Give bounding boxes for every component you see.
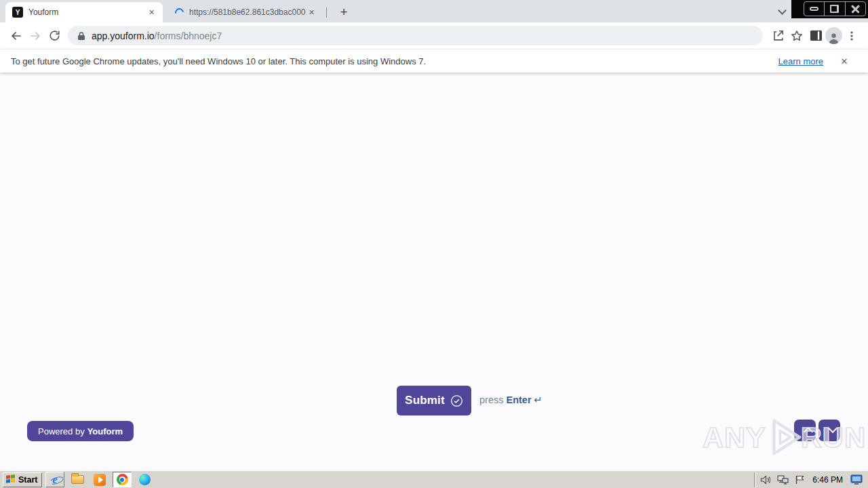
window-titlebar-corner bbox=[791, 0, 868, 18]
tab-close-icon[interactable]: × bbox=[146, 7, 157, 18]
watermark-any-text: ANY bbox=[703, 423, 766, 452]
powered-prefix: Powered by bbox=[38, 426, 85, 436]
learn-more-link[interactable]: Learn more bbox=[778, 56, 823, 66]
press-enter-hint: press Enter ↵ bbox=[479, 394, 542, 405]
new-tab-button[interactable]: + bbox=[335, 3, 353, 21]
anyrun-watermark: ANY RUN bbox=[703, 409, 866, 466]
form-page: Submit press Enter ↵ Powered by Youform … bbox=[0, 73, 868, 470]
edge-icon bbox=[139, 474, 151, 485]
infobar-close-icon[interactable]: × bbox=[841, 56, 848, 67]
infobar-message: To get future Google Chrome updates, you… bbox=[11, 56, 426, 66]
submit-button[interactable]: Submit bbox=[397, 386, 471, 415]
tab-loading[interactable]: https://581b8e62.861c3dbac00064 × bbox=[168, 2, 323, 22]
submit-label: Submit bbox=[405, 394, 445, 407]
taskbar-chrome-button[interactable] bbox=[113, 472, 132, 487]
window-minimize-button[interactable] bbox=[804, 2, 824, 16]
person-icon bbox=[827, 31, 840, 44]
folder-icon bbox=[71, 475, 84, 484]
window-restore-button[interactable] bbox=[824, 2, 844, 16]
tab-youform[interactable]: Y Youform × bbox=[5, 2, 163, 22]
browser-menu-button[interactable] bbox=[842, 26, 861, 45]
network-icon[interactable] bbox=[777, 475, 789, 485]
taskbar-ie-button[interactable]: e bbox=[45, 472, 64, 487]
chevron-down-icon bbox=[826, 425, 833, 432]
back-arrow-icon bbox=[9, 29, 23, 43]
hint-prefix: press bbox=[479, 394, 503, 405]
star-icon bbox=[790, 29, 804, 43]
start-button[interactable]: Start bbox=[3, 472, 42, 487]
internet-explorer-icon: e bbox=[52, 474, 58, 485]
tab-close-icon[interactable]: × bbox=[306, 7, 317, 18]
system-tray: 6:46 PM bbox=[754, 472, 867, 487]
windows-flag-icon bbox=[6, 474, 16, 484]
minimize-icon bbox=[810, 7, 818, 11]
tab-loading-spinner-icon bbox=[173, 6, 185, 18]
share-icon bbox=[772, 29, 785, 42]
media-player-icon bbox=[94, 474, 106, 486]
chevron-up-icon bbox=[802, 428, 808, 435]
windows-taskbar: Start e 6:46 PM bbox=[0, 470, 868, 488]
check-circle-icon bbox=[450, 394, 463, 407]
forward-button[interactable] bbox=[26, 26, 45, 45]
form-prev-button[interactable] bbox=[794, 420, 816, 441]
action-center-flag-icon[interactable] bbox=[795, 475, 805, 485]
volume-icon[interactable] bbox=[760, 475, 771, 485]
start-label: Start bbox=[18, 475, 37, 485]
close-icon bbox=[851, 5, 860, 14]
share-button[interactable] bbox=[768, 26, 787, 45]
hint-key: Enter bbox=[507, 394, 532, 405]
return-key-icon: ↵ bbox=[534, 394, 542, 405]
side-panel-icon bbox=[810, 30, 823, 41]
kebab-menu-icon bbox=[846, 30, 857, 41]
powered-brand: Youform bbox=[87, 426, 123, 436]
bookmark-button[interactable] bbox=[787, 26, 806, 45]
browser-toolbar: app.youform.io/forms/bhnoejc7 bbox=[0, 22, 868, 49]
forward-arrow-icon bbox=[28, 29, 42, 43]
address-bar[interactable]: app.youform.io/forms/bhnoejc7 bbox=[68, 26, 763, 45]
side-panel-button[interactable] bbox=[806, 26, 825, 45]
chrome-icon bbox=[117, 474, 128, 485]
tab-title: https://581b8e62.861c3dbac00064 bbox=[189, 7, 306, 17]
form-next-button[interactable] bbox=[818, 420, 840, 441]
url-path: /forms/bhnoejc7 bbox=[155, 30, 222, 41]
reload-button[interactable] bbox=[45, 26, 64, 45]
taskbar-explorer-button[interactable] bbox=[68, 472, 87, 487]
url-domain: app.youform.io bbox=[92, 30, 155, 41]
taskbar-edge-button[interactable] bbox=[135, 472, 154, 487]
youform-favicon: Y bbox=[12, 7, 23, 18]
restore-icon bbox=[830, 5, 839, 13]
taskbar-clock[interactable]: 6:46 PM bbox=[811, 475, 844, 485]
tab-strip: Y Youform × https://581b8e62.861c3dbac00… bbox=[0, 0, 868, 22]
chrome-update-infobar: To get future Google Chrome updates, you… bbox=[0, 49, 868, 73]
lock-icon bbox=[77, 31, 85, 41]
tab-search-chevron-icon[interactable] bbox=[779, 7, 785, 14]
tab-separator bbox=[326, 7, 327, 18]
display-icon[interactable] bbox=[850, 474, 863, 485]
back-button[interactable] bbox=[7, 26, 26, 45]
reload-icon bbox=[48, 29, 61, 42]
powered-by-badge[interactable]: Powered by Youform bbox=[27, 421, 134, 441]
window-close-button[interactable] bbox=[845, 2, 865, 16]
tab-title: Youform bbox=[28, 7, 146, 17]
url-text: app.youform.io/forms/bhnoejc7 bbox=[92, 30, 222, 41]
profile-avatar[interactable] bbox=[825, 27, 842, 44]
taskbar-media-player-button[interactable] bbox=[90, 472, 109, 487]
